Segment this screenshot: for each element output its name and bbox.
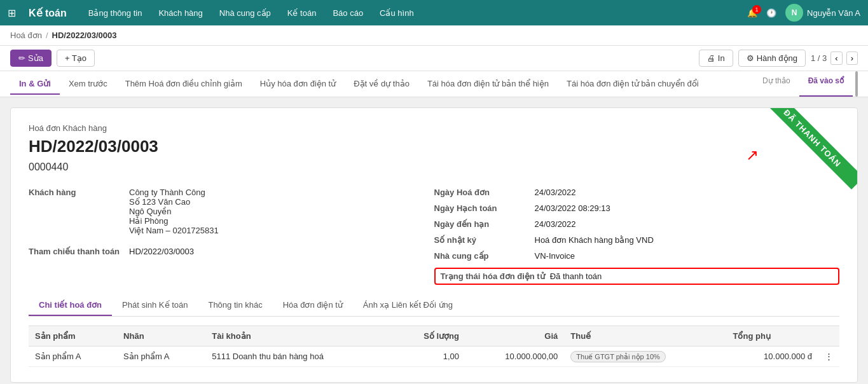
- cell-thue: Thuế GTGT phải nộp 10%: [564, 346, 726, 367]
- action-toolbar: ✏ Sửa + Tạo 🖨 In ⚙ Hành động 1 / 3 ‹ ›: [0, 46, 868, 71]
- tab-posted[interactable]: Đã vào sổ: [799, 71, 853, 97]
- notification-badge: 1: [752, 5, 761, 14]
- clock-button[interactable]: 🕐: [766, 8, 776, 18]
- tab-them-hoa-don[interactable]: Thêm Hoá đơn điều chỉnh giảm: [116, 74, 251, 95]
- cell-tong-phu: 10.000.000 đ: [727, 346, 818, 367]
- so-nhat-ky-label: Số nhật ký: [434, 235, 530, 245]
- detail-tab-thong-tin[interactable]: Thông tin khác: [198, 295, 272, 316]
- gear-icon: ⚙: [747, 53, 754, 63]
- tab-dat-ve-du-thao[interactable]: Đặt về dự thảo: [345, 74, 418, 95]
- prev-page-button[interactable]: ‹: [830, 51, 842, 65]
- col-tong-phu: Tổng phụ: [727, 326, 818, 346]
- brand-name[interactable]: Kế toán: [29, 7, 67, 19]
- breadcrumb: Hoá đơn / HD/2022/03/0003: [0, 25, 868, 46]
- invoice-info-grid: Khách hàng Công ty Thành Công Số 123 Văn…: [29, 186, 839, 285]
- nav-item-dashboard[interactable]: Bảng thông tin: [86, 7, 145, 19]
- trang-thai-value: Đã thanh toán: [550, 271, 602, 281]
- tax-badge: Thuế GTGT phải nộp 10%: [570, 351, 665, 362]
- invoice-card: ĐÃ THANH TOÁN ↗ Hoá đơn Khách hàng HD/20…: [10, 107, 858, 383]
- col-so-luong: Số lượng: [393, 326, 465, 346]
- ngay-den-han-row: Ngày đến hạn 24/03/2022: [434, 217, 840, 231]
- tham-chieu-row: Tham chiếu thanh toán HD/2022/03/0003: [29, 245, 434, 258]
- nha-cung-cap-row: Nhà cung cấp VN-Invoice: [434, 249, 840, 263]
- nav-item-customers[interactable]: Khách hàng: [156, 7, 205, 19]
- breadcrumb-current: HD/2022/03/0003: [52, 31, 117, 40]
- cell-row-actions[interactable]: ⋮: [818, 346, 839, 367]
- invoice-table: Sản phẩm Nhãn Tài khoản Số lượng Giá Thu…: [29, 326, 839, 367]
- trang-thai-row: Trạng thái hóa đơn điện tử Đã thanh toán: [434, 268, 840, 285]
- detail-tab-phat-sinh[interactable]: Phát sinh Kế toán: [112, 295, 198, 316]
- invoice-code: 0000440: [29, 161, 839, 173]
- detail-tab-hoa-don-dt[interactable]: Hóa đơn điện tử: [273, 295, 353, 316]
- nav-item-reports[interactable]: Báo cáo: [330, 7, 366, 19]
- cell-nhan: Sản phẩm A: [117, 346, 205, 367]
- tab-in-gui[interactable]: In & Gửi: [10, 74, 60, 95]
- tab-tai-hoa-don-chuyen-doi[interactable]: Tái hóa đơn điện tử bản chuyển đổi: [558, 74, 708, 95]
- tham-chieu-label: Tham chiếu thanh toán: [29, 247, 124, 256]
- detail-tab-anh-xa[interactable]: Ánh xạ Liên kết Đối ứng: [353, 295, 463, 316]
- cell-san-pham: Sản phẩm A: [29, 346, 117, 367]
- top-nav-right: 🔔 1 🕐 N Nguyễn Văn A: [747, 4, 860, 22]
- ngay-den-han-label: Ngày đến hạn: [434, 219, 530, 229]
- nav-item-accounting[interactable]: Kế toán: [285, 7, 319, 19]
- col-actions: [818, 326, 839, 346]
- edit-button[interactable]: ✏ Sửa: [10, 50, 52, 67]
- detail-tab-chi-tiet[interactable]: Chi tiết hoá đơn: [29, 295, 112, 316]
- nav-menu: Bảng thông tin Khách hàng Nhà cung cấp K…: [86, 7, 734, 19]
- col-san-pham: Sản phẩm: [29, 326, 117, 346]
- grid-icon: ⊞: [8, 7, 16, 19]
- info-right: Ngày Hoá đơn 24/03/2022 Ngày Hạch toán 2…: [434, 186, 840, 285]
- ngay-hoa-don-value: 24/03/2022: [535, 188, 576, 197]
- so-nhat-ky-row: Số nhật ký Hoá đơn Khách hàng bằng VND: [434, 233, 840, 247]
- ngay-hach-toan-row: Ngày Hạch toán 24/03/2022 08:29:13: [434, 202, 840, 215]
- user-menu[interactable]: N Nguyễn Văn A: [785, 4, 860, 22]
- page-info: 1 / 3: [811, 53, 827, 63]
- clock-icon: 🕐: [766, 8, 776, 18]
- info-left: Khách hàng Công ty Thành Công Số 123 Văn…: [29, 186, 434, 285]
- trang-thai-label: Trạng thái hóa đơn điện tử: [441, 271, 545, 281]
- invoice-type-label: Hoá đơn Khách hàng: [29, 123, 839, 133]
- notification-button[interactable]: 🔔 1: [747, 8, 757, 18]
- table-row: Sản phẩm A Sản phẩm A 5111 Doanh thu bán…: [29, 346, 839, 367]
- main-content: ĐÃ THANH TOÁN ↗ Hoá đơn Khách hàng HD/20…: [0, 97, 868, 384]
- detail-tab-bar: Chi tiết hoá đơn Phát sinh Kế toán Thông…: [29, 295, 839, 317]
- nha-cung-cap-value: VN-Invoice: [535, 251, 575, 261]
- khach-hang-row: Khách hàng Công ty Thành Công Số 123 Văn…: [29, 186, 434, 237]
- invoice-number: HD/2022/03/0003: [29, 137, 839, 156]
- nha-cung-cap-label: Nhà cung cấp: [434, 251, 530, 261]
- tab-xem-truoc[interactable]: Xem trước: [60, 74, 116, 95]
- top-navigation: ⊞ Kế toán Bảng thông tin Khách hàng Nhà …: [0, 0, 868, 25]
- tab-bar: In & Gửi Xem trước Thêm Hoá đơn điều chỉ…: [0, 71, 868, 97]
- cell-tai-khoan: 5111 Doanh thu bán hàng hoá: [205, 346, 393, 367]
- action-button[interactable]: ⚙ Hành động: [738, 50, 806, 67]
- col-nhan: Nhãn: [117, 326, 205, 346]
- nav-item-config[interactable]: Cấu hình: [377, 7, 417, 19]
- tab-tai-hoa-don-the-hien[interactable]: Tái hóa đơn điện tử bản thể hiện: [418, 74, 558, 95]
- ngay-hoa-don-label: Ngày Hoá đơn: [434, 188, 530, 197]
- next-page-button[interactable]: ›: [846, 51, 858, 65]
- table-header-row: Sản phẩm Nhãn Tài khoản Số lượng Giá Thu…: [29, 326, 839, 346]
- ngay-hach-toan-label: Ngày Hạch toán: [434, 203, 530, 213]
- col-tai-khoan: Tài khoản: [205, 326, 393, 346]
- edit-icon: ✏: [18, 53, 25, 63]
- breadcrumb-parent[interactable]: Hoá đơn: [10, 31, 42, 40]
- ngay-hach-toan-value: 24/03/2022 08:29:13: [535, 203, 610, 213]
- nav-item-suppliers[interactable]: Nhà cung cấp: [217, 7, 273, 19]
- khach-hang-value: Công ty Thành Công Số 123 Văn Cao Ngô Qu…: [129, 188, 219, 235]
- col-gia: Giá: [465, 326, 564, 346]
- cell-gia: 10.000.000,00: [465, 346, 564, 367]
- tab-huy-hoa-don[interactable]: Hủy hóa đơn điện tử: [251, 74, 345, 95]
- khach-hang-label: Khách hàng: [29, 188, 124, 235]
- ngay-den-han-value: 24/03/2022: [535, 219, 576, 229]
- tham-chieu-value: HD/2022/03/0003: [129, 247, 194, 256]
- tab-status-group: Dự thảo Đã vào sổ: [754, 71, 858, 97]
- print-icon: 🖨: [707, 53, 715, 63]
- print-button[interactable]: 🖨 In: [699, 50, 733, 67]
- scrollbar-indicator: [853, 71, 858, 97]
- avatar: N: [785, 4, 803, 22]
- ngay-hoa-don-row: Ngày Hoá đơn 24/03/2022: [434, 186, 840, 199]
- col-thue: Thuế: [564, 326, 726, 346]
- page-navigation: 1 / 3 ‹ ›: [811, 51, 858, 65]
- create-button[interactable]: + Tạo: [57, 50, 95, 67]
- tab-draft[interactable]: Dự thảo: [754, 71, 799, 97]
